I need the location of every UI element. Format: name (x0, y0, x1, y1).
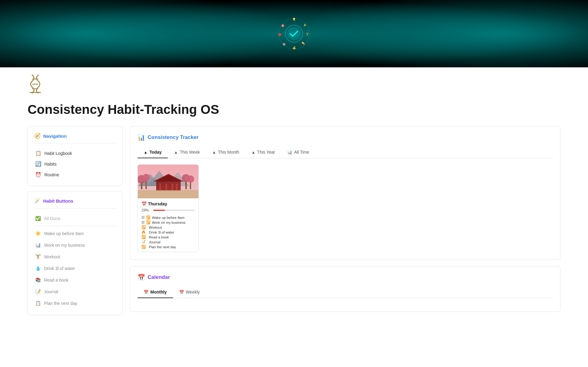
svg-point-24 (142, 174, 150, 181)
svg-point-38 (162, 173, 163, 174)
day-card-title: 📅 Thursday (141, 201, 195, 206)
habit-item-label: Wake up before 8am (44, 231, 84, 236)
habit-item-label: Drink 3l of water (44, 266, 75, 271)
nav-item-habits[interactable]: 🔄 Habits (34, 159, 116, 169)
habit-item-business[interactable]: 📊 Work on my business (34, 240, 116, 251)
habit-label: Drink 3l of water (149, 230, 174, 234)
read-icon: 📚 (35, 277, 41, 283)
svg-text:🏋: 🏋 (306, 32, 309, 36)
journal-icon: 📝 (35, 289, 41, 294)
tab-month-label: This Month (218, 150, 239, 155)
calendar-tabs: 📅 Monthly 📅 Weekly (138, 286, 553, 298)
tab-monthly[interactable]: 📅 Monthly (138, 286, 173, 298)
habit-buttons-header: 🪄 Habit Buttons (34, 197, 116, 209)
svg-rect-36 (138, 190, 198, 198)
page-title-area: Consistency Habit-Tracking OS (0, 97, 588, 126)
tab-all-time[interactable]: 📊 All Time (281, 147, 315, 158)
list-item: 🔥 Drink 3l of water (141, 230, 195, 234)
svg-point-28 (187, 175, 194, 183)
tracker-header-title[interactable]: Consistency Tracker (148, 134, 198, 140)
progress-bar-bg (153, 210, 195, 211)
nav-items: 📋 Habit Logbook 🔄 Habits ⏰ Routine (34, 148, 116, 180)
day-card-body: 📅 Thursday 29% ☑ 🔁 (138, 198, 198, 252)
svg-rect-34 (172, 184, 173, 191)
list-item: 🔁 Plan the next day (141, 245, 195, 249)
svg-rect-33 (165, 184, 167, 191)
svg-text:⚡: ⚡ (303, 23, 307, 27)
day-card: 📅 Thursday 29% ☑ 🔁 (138, 164, 199, 252)
nav-item-habit-logbook[interactable]: 📋 Habit Logbook (34, 148, 116, 158)
nav-item-label: Habits (44, 162, 57, 167)
habit-item-label: Work on my business (44, 243, 85, 248)
day-card-image (138, 165, 198, 198)
tab-today[interactable]: ▲ Today (138, 147, 168, 158)
habit-item-label: Read a book (44, 278, 68, 283)
habit-buttons-card: 🪄 Habit Buttons ✅ All Done ☀️ Wake up be… (28, 191, 123, 315)
svg-text:🎯: 🎯 (281, 24, 285, 28)
habit-item-journal[interactable]: 📝 Journal (34, 286, 116, 297)
tab-today-icon: ▲ (144, 150, 148, 155)
svg-point-2 (287, 27, 301, 40)
habit-item-plan[interactable]: 📋 Plan the next day (34, 298, 116, 309)
workout-icon: 🏋 (35, 254, 41, 260)
tab-weekly[interactable]: 📅 Weekly (173, 286, 206, 298)
tracker-tabs: ▲ Today ▲ This Week ▲ This Month ▲ This … (138, 147, 553, 158)
list-item: ☑ 🔁 Wake up before 8am (141, 215, 195, 219)
dna-area (0, 67, 588, 97)
nav-item-label: Habit Logbook (44, 151, 72, 156)
habit-item-label: Plan the next day (44, 301, 77, 306)
navigation-card: 🧭 Navigation 📋 Habit Logbook 🔄 Habits ⏰ … (28, 126, 123, 186)
calendar-header-title[interactable]: Calendar (148, 274, 170, 280)
habit-item-water[interactable]: 💧 Drink 3l of water (34, 263, 116, 274)
tab-this-year[interactable]: ▲ This Year (245, 147, 281, 158)
right-panel: 📊 Consistency Tracker ▲ Today ▲ This Wee… (130, 126, 560, 312)
habit-label: Plan the next day (149, 245, 176, 249)
habit-checklist: ☑ 🔁 Wake up before 8am ☑ 🔁 Work on my bu… (141, 215, 195, 249)
svg-point-40 (187, 177, 187, 178)
day-name: Thursday (148, 201, 167, 206)
svg-text:💰: 💰 (292, 46, 296, 50)
tab-alltime-label: All Time (294, 150, 309, 155)
tab-this-week[interactable]: ▲ This Week (168, 147, 206, 158)
svg-text:💊: 💊 (302, 42, 305, 45)
habit-buttons-title[interactable]: Habit Buttons (43, 198, 73, 204)
tab-week-label: This Week (180, 150, 200, 155)
svg-text:📚: 📚 (282, 42, 286, 46)
habit-item-workout[interactable]: 🏋 Workout (34, 251, 116, 262)
habit-item-read[interactable]: 📚 Read a book (34, 275, 116, 286)
progress-bar-fill (153, 210, 165, 211)
left-panel: 🧭 Navigation 📋 Habit Logbook 🔄 Habits ⏰ … (28, 126, 123, 315)
habit-label: Journal (149, 240, 160, 244)
check-icon: ☑ (141, 215, 145, 219)
habit-label: Read a book (149, 235, 169, 239)
weekly-icon: 📅 (179, 290, 184, 294)
habit-label: Work on my business (152, 221, 186, 224)
habit-logbook-icon: 📋 (35, 150, 41, 156)
dna-icon (28, 73, 560, 97)
calendar-header-icon: 📅 (138, 274, 145, 281)
list-item: 🔁 Workout (141, 225, 195, 229)
svg-rect-23 (145, 180, 147, 189)
check-icon: 🔁 (141, 245, 146, 249)
tab-alltime-icon: 📊 (287, 150, 292, 155)
habit-emoji: 🔁 (146, 220, 150, 224)
habit-label: Wake up before 8am (152, 216, 184, 219)
habits-icon: 🔄 (35, 161, 41, 167)
wakeup-icon: ☀️ (35, 231, 41, 236)
calendar-card: 📅 Calendar 📅 Monthly 📅 Weekly (130, 266, 560, 312)
navigation-title[interactable]: Navigation (43, 133, 67, 139)
check-icon: 📝 (141, 240, 146, 244)
habit-item-all-done[interactable]: ✅ All Done (34, 213, 116, 224)
calendar-header: 📅 Calendar (138, 274, 553, 281)
tab-month-icon: ▲ (212, 150, 216, 155)
habit-item-wakeup[interactable]: ☀️ Wake up before 8am (34, 228, 116, 239)
tab-this-month[interactable]: ▲ This Month (206, 147, 245, 158)
progress-row: 29% (141, 208, 195, 212)
consistency-tracker-header: 📊 Consistency Tracker (138, 134, 553, 141)
habit-buttons-icon: 🪄 (34, 197, 41, 204)
tab-week-icon: ▲ (174, 150, 178, 155)
plan-icon: 📋 (35, 301, 41, 306)
check-icon: 🔥 (141, 230, 146, 234)
nav-item-routine[interactable]: ⏰ Routine (34, 170, 116, 180)
monthly-icon: 📅 (144, 290, 149, 294)
